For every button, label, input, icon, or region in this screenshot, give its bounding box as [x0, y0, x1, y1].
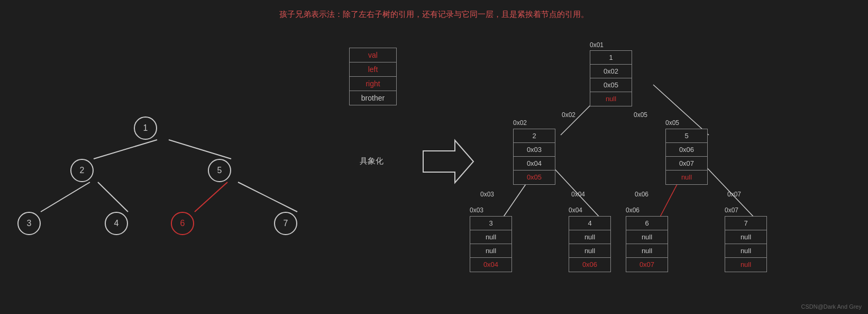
n4-brother: 0x06 [569, 258, 610, 272]
n5-left: 0x06 [666, 143, 707, 157]
svg-line-1 [169, 140, 231, 159]
page-title: 孩子兄弟表示法：除了左右子树的引用，还有记录与它同一层，且是紧挨着节点的引用。 [279, 10, 589, 20]
tree-node-2: 2 [70, 159, 94, 182]
n6-left: null [626, 230, 668, 244]
n5-val: 5 [666, 129, 707, 143]
n3-brother: 0x04 [470, 258, 511, 272]
n2-right: 0x04 [514, 157, 555, 171]
tree-node-7: 7 [274, 212, 297, 235]
watermark: CSDN@Dark And Grey [801, 303, 862, 310]
n2-val: 2 [514, 129, 555, 143]
tree-node-4: 4 [105, 212, 128, 235]
n2-left: 0x03 [514, 143, 555, 157]
n5-brother: null [666, 171, 707, 184]
addr-label-n7-side: 0x07 [727, 191, 741, 198]
n3-left: null [470, 230, 511, 244]
node-block-n2: 2 0x03 0x04 0x05 [513, 129, 555, 185]
node-block-n5: 5 0x06 0x07 null [665, 129, 708, 185]
addr-label-root-top: 0x01 [590, 41, 604, 49]
tree-node-3: 3 [17, 212, 41, 235]
root-left: 0x02 [590, 65, 632, 78]
svg-marker-12 [423, 140, 473, 183]
n5-right: 0x07 [666, 157, 707, 171]
root-val: 1 [590, 51, 632, 65]
n4-val: 4 [569, 217, 610, 230]
addr-label-n5-top: 0x05 [665, 119, 679, 127]
node-block-root: 1 0x02 0x05 null [590, 50, 632, 106]
addr-label-n3-top: 0x03 [470, 207, 483, 214]
svg-line-0 [94, 140, 157, 159]
addr-label-n6-top: 0x06 [626, 207, 639, 214]
n6-right: null [626, 244, 668, 258]
addr-label-n6-side: 0x06 [635, 191, 648, 198]
struct-left: left [350, 62, 396, 77]
n2-brother: 0x05 [514, 171, 555, 184]
node-block-n6: 6 null null 0x07 [626, 216, 668, 272]
svg-line-5 [238, 182, 297, 212]
tree-node-6: 6 [171, 212, 194, 235]
n7-brother: null [725, 258, 766, 272]
n3-val: 3 [470, 217, 511, 230]
n6-brother: 0x07 [626, 258, 668, 272]
root-brother: null [590, 92, 632, 106]
tree-node-1: 1 [134, 116, 157, 140]
svg-line-3 [98, 182, 128, 212]
node-block-n7: 7 null null null [725, 216, 767, 272]
struct-box: val left right brother [349, 48, 397, 105]
svg-line-2 [41, 182, 90, 212]
addr-label-n4-top: 0x04 [569, 207, 582, 214]
n4-right: null [569, 244, 610, 258]
n7-right: null [725, 244, 766, 258]
addr-label-n7-top: 0x07 [725, 207, 738, 214]
addr-label-n4-side: 0x04 [571, 191, 585, 198]
node-block-n4: 4 null null 0x06 [569, 216, 611, 272]
addr-label-n2-top: 0x02 [513, 119, 527, 127]
addr-label-n5-side: 0x05 [634, 111, 647, 119]
svg-line-7 [653, 85, 709, 135]
node-struct: val left right brother [349, 48, 397, 105]
struct-brother: brother [350, 91, 396, 105]
juexianghua-label: 具象化 [360, 156, 383, 166]
struct-right: right [350, 77, 396, 91]
n6-val: 6 [626, 217, 668, 230]
addr-label-n2-side: 0x02 [562, 111, 575, 119]
root-right: 0x05 [590, 78, 632, 92]
addr-label-n3-side: 0x03 [480, 191, 494, 198]
tree-node-5: 5 [208, 159, 231, 182]
main-container: 孩子兄弟表示法：除了左右子树的引用，还有记录与它同一层，且是紧挨着节点的引用。 [0, 0, 868, 314]
struct-val: val [350, 48, 396, 62]
node-block-n3: 3 null null 0x04 [470, 216, 512, 272]
n7-val: 7 [725, 217, 766, 230]
n7-left: null [725, 230, 766, 244]
svg-line-4 [195, 182, 227, 212]
n3-right: null [470, 244, 511, 258]
n4-left: null [569, 230, 610, 244]
